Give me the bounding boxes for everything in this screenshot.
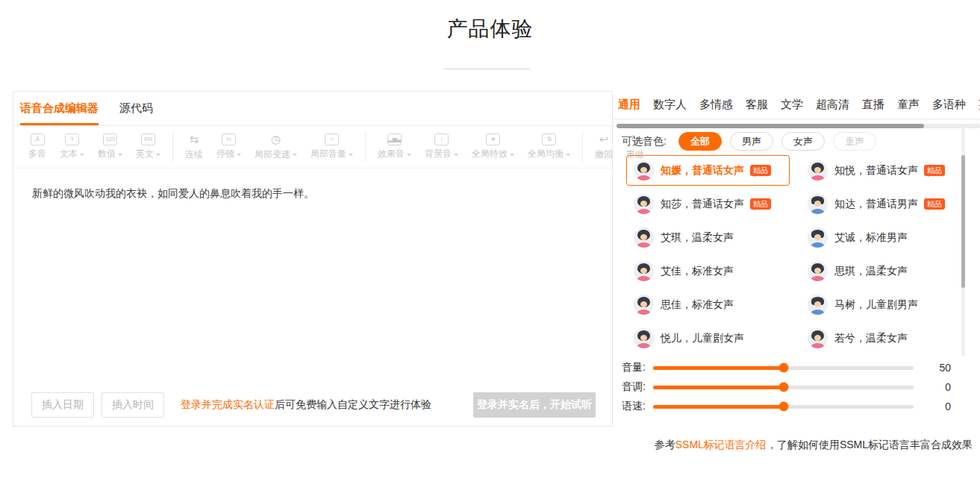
toolbar-item[interactable]: ⇆ 连续 <box>185 133 203 161</box>
voice-category-tab[interactable]: 通用 <box>618 98 640 112</box>
voice-option[interactable]: 思琪，温柔女声 <box>800 256 964 286</box>
voice-name: 思佳，标准女声 <box>661 298 734 312</box>
toolbar-item[interactable]: ◷ 局部变速 <box>255 133 297 161</box>
toolbar-item-label: 全局特效 <box>472 148 508 160</box>
toolbar-item-label: 全局均衡 <box>528 148 564 160</box>
premium-badge: 精品 <box>924 198 945 210</box>
toolbar-item[interactable]: Ā 多音 <box>28 133 46 160</box>
login-hint-text: 后可免费输入自定义文字进行体验 <box>275 398 431 410</box>
voice-category-tab[interactable]: 数字人 <box>653 98 687 112</box>
toolbar-item[interactable]: ▂▅▃ 效果音 <box>378 133 411 160</box>
realname-auth-link[interactable]: 登录并完成实名认证 <box>181 398 275 410</box>
toolbar-item[interactable]: T 文本 <box>60 133 84 160</box>
toolbar-item[interactable]: ≈ 局部音量 <box>310 133 353 160</box>
voice-category-tab[interactable]: 超高清 <box>816 98 849 112</box>
editor-tab-label: 源代码 <box>119 101 153 116</box>
voice-category-tab[interactable]: 童声 <box>897 98 920 112</box>
toolbar-item-label: 多音 <box>28 148 46 160</box>
premium-badge: 精品 <box>750 198 771 210</box>
voice-option[interactable]: 知莎，普通话女声 精品 <box>626 189 790 219</box>
voice-name: 知悦，普通话女声 <box>834 164 918 177</box>
voice-option[interactable]: 艾琪，温柔女声 <box>626 222 790 253</box>
start-listen-button[interactable]: 登录并实名后，开始试听 <box>473 392 596 418</box>
slider[interactable] <box>653 386 914 389</box>
voice-name: 若兮，温柔女声 <box>834 332 908 345</box>
number-icon: 123 <box>103 133 117 145</box>
voice-option[interactable]: 若兮，温柔女声 <box>800 323 964 354</box>
slider-value: 0 <box>924 400 951 412</box>
voice-category-tab[interactable]: 直播 <box>862 98 884 112</box>
avatar <box>634 328 654 348</box>
toolbar-item[interactable]: ↩ 撤回 <box>595 133 613 161</box>
voice-panel: 通用数字人多情感客服文学超高清直播童声多语种英文 可选音色: 全部男声女声童声 … <box>614 91 980 428</box>
toolbar-item[interactable]: 123 数值 <box>98 133 122 160</box>
editor-tab[interactable]: 源代码 <box>119 92 153 125</box>
editor-tab-label: 语音合成编辑器 <box>20 101 99 116</box>
toolbar-item-label: 英文 <box>136 148 154 160</box>
voice-option[interactable]: 知悦，普通话女声 精品 <box>800 155 964 186</box>
toolbar-item-label: 文本 <box>60 148 78 160</box>
voice-name: 艾佳，标准女声 <box>661 265 734 278</box>
voice-category-tab[interactable]: 文学 <box>781 98 803 112</box>
filter-pills: 全部男声女声童声 <box>678 132 884 151</box>
slider-handle[interactable] <box>778 402 788 412</box>
global-effects-icon: ★ <box>486 133 500 145</box>
voice-option[interactable]: 知达，普通话男声 精品 <box>800 189 964 219</box>
slider-fill <box>653 366 784 370</box>
voice-option[interactable]: 艾佳，标准女声 <box>626 256 790 286</box>
local-volume-icon: ≈ <box>325 133 339 145</box>
insert-time-button[interactable]: 插入时间 <box>102 392 164 418</box>
tts-text-editor[interactable]: 新鲜的微风吹动我的衣袂，如同爱人的鼻息吹着我的手一样。 <box>13 169 612 383</box>
slider-handle[interactable] <box>778 383 788 392</box>
scrollbar-thumb[interactable] <box>617 124 924 128</box>
avatar <box>808 328 828 348</box>
slider[interactable] <box>653 366 914 370</box>
voice-option[interactable]: 马树，儿童剧男声 <box>800 289 964 320</box>
toolbar-item[interactable]: ⇅ 全局均衡 <box>528 133 570 160</box>
speech-editor-panel: 语音合成编辑器 源代码 Ā 多音 T 文本 123 数值 <box>13 91 613 427</box>
voice-category-tab[interactable]: 多语种 <box>932 98 966 112</box>
local-speed-icon: ◷ <box>271 133 281 146</box>
voice-option[interactable]: 艾诚，标准男声 <box>800 222 964 253</box>
voice-category-tab[interactable]: 客服 <box>746 98 768 112</box>
polyphone-icon: Ā <box>31 133 45 145</box>
voice-option[interactable]: 悦儿，儿童剧女声 <box>626 323 790 354</box>
toolbar-group-text: Ā 多音 T 文本 123 数值 EN 英文 <box>16 132 172 162</box>
avatar <box>634 295 654 315</box>
premium-badge: 精品 <box>750 165 771 176</box>
editor-tab[interactable]: 语音合成编辑器 <box>20 92 99 125</box>
voice-filter-pill[interactable]: 童声 <box>833 132 876 151</box>
avatar <box>808 295 828 315</box>
slider-fill <box>653 405 784 409</box>
toolbar-item-label: 局部变速 <box>255 148 290 161</box>
login-hint: 登录并完成实名认证后可免费输入自定义文字进行体验 <box>181 398 431 412</box>
toolbar-group-prosody: ⇆ 连续 H 停顿 ◷ 局部变速 ≈ 局部音量 <box>172 132 365 162</box>
slider-value: 0 <box>924 381 951 393</box>
tabs-horizontal-scrollbar[interactable] <box>617 124 980 128</box>
avatar <box>634 227 654 248</box>
voice-filter-pill[interactable]: 女声 <box>781 132 825 151</box>
voice-category-tabs: 通用数字人多情感客服文学超高清直播童声多语种英文 <box>614 91 980 119</box>
chevron-down-icon <box>80 154 84 158</box>
ssml-doc-link[interactable]: SSML标记语言介绍 <box>675 439 767 450</box>
voice-option[interactable]: 思佳，标准女声 <box>626 289 790 320</box>
voice-filter-pill[interactable]: 全部 <box>678 132 722 151</box>
toolbar-group-audio: ▂▅▃ 效果音 ♪ 背景音 ★ 全局特效 ⇅ 全局均衡 <box>365 132 582 162</box>
voice-list-scrollbar[interactable] <box>961 127 965 356</box>
toolbar-item-label: 停顿 <box>216 148 234 160</box>
toolbar-item-label: 效果音 <box>378 148 405 160</box>
toolbar-item[interactable]: EN 英文 <box>136 133 160 160</box>
insert-date-button[interactable]: 插入日期 <box>31 392 94 418</box>
chevron-down-icon <box>566 154 570 158</box>
voice-category-tab[interactable]: 多情感 <box>699 98 733 112</box>
slider-handle[interactable] <box>778 363 788 373</box>
scrollbar-thumb[interactable] <box>961 155 965 288</box>
avatar <box>634 261 654 281</box>
toolbar-item-label: 数值 <box>98 148 116 160</box>
voice-filter-pill[interactable]: 男声 <box>730 132 773 151</box>
toolbar-item[interactable]: ♪ 背景音 <box>425 133 458 160</box>
toolbar-item[interactable]: H 停顿 <box>216 133 241 160</box>
slider[interactable] <box>653 405 914 409</box>
voice-option[interactable]: 知媛，普通话女声 精品 <box>626 155 790 186</box>
toolbar-item[interactable]: ★ 全局特效 <box>472 133 514 160</box>
